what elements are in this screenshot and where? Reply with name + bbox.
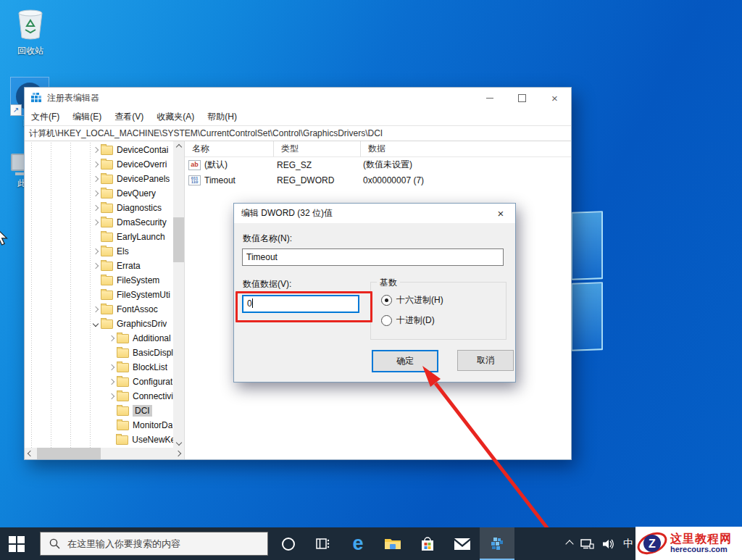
scroll-right-arrow[interactable] — [172, 448, 184, 459]
radio-hexadecimal[interactable]: 十六进制(H) — [381, 294, 443, 306]
tree-item-DmaSecurity[interactable]: DmaSecurity — [25, 215, 173, 230]
value-type: REG_DWORD — [270, 175, 356, 185]
column-header-type[interactable]: 类型 — [274, 141, 361, 156]
expand-icon[interactable] — [91, 206, 101, 210]
hidden-icons-chevron[interactable] — [565, 540, 573, 548]
cortana-button[interactable] — [271, 527, 306, 560]
watermark-logo-icon: Z — [635, 527, 669, 559]
column-header-data[interactable]: 数据 — [361, 141, 571, 156]
horizontal-scroll-thumb[interactable] — [37, 448, 101, 459]
value-name: Timeout — [204, 175, 235, 185]
tree-item-DCI[interactable]: DCI — [25, 404, 173, 418]
value-row-(默认)[interactable]: ab(默认)REG_SZ(数值未设置) — [185, 157, 571, 172]
expand-icon[interactable] — [91, 177, 101, 181]
menu-file[interactable]: 文件(F) — [25, 111, 66, 123]
tree-item-BlockList[interactable]: BlockList — [25, 360, 173, 375]
expand-icon[interactable] — [91, 191, 101, 196]
values-list-header: 名称 类型 数据 — [185, 141, 571, 157]
taskbar-registry-editor-button[interactable] — [480, 527, 514, 560]
folder-icon — [101, 160, 113, 170]
volume-icon[interactable] — [601, 538, 616, 550]
tree-item-FileSystem[interactable]: FileSystem — [25, 273, 173, 288]
network-icon[interactable] — [580, 538, 594, 550]
expand-icon[interactable] — [107, 394, 117, 398]
recycle-bin-icon — [14, 6, 46, 41]
close-button[interactable]: × — [538, 88, 571, 108]
tree-item-label: DevicePanels — [117, 174, 170, 184]
cortana-icon — [280, 536, 296, 552]
maximize-button[interactable] — [506, 88, 538, 108]
tree-item-Diagnostics[interactable]: Diagnostics — [25, 201, 173, 215]
close-icon: × — [551, 93, 558, 104]
tree-item-Els[interactable]: Els — [25, 244, 173, 259]
tree-item-MonitorDa[interactable]: MonitorDa — [25, 418, 173, 432]
taskbar-mail-button[interactable] — [445, 527, 480, 560]
tree-item-Errata[interactable]: Errata — [25, 259, 173, 273]
tree-horizontal-scrollbar[interactable] — [25, 448, 184, 459]
value-name-field[interactable]: Timeout — [242, 248, 504, 266]
expand-icon[interactable] — [91, 264, 101, 268]
tree-item-FileSystemUti[interactable]: FileSystemUti — [25, 288, 173, 302]
cancel-button[interactable]: 取消 — [457, 350, 514, 371]
menu-favorites[interactable]: 收藏夹(A) — [150, 111, 201, 123]
tree-item-FontAssoc[interactable]: FontAssoc — [25, 302, 173, 317]
tree-item-GraphicsDriv[interactable]: GraphicsDriv — [25, 317, 173, 331]
expand-icon[interactable] — [107, 336, 117, 340]
scroll-down-arrow[interactable] — [173, 437, 184, 448]
expand-icon[interactable] — [91, 220, 101, 225]
taskbar-search-box[interactable]: 在这里输入你要搜索的内容 — [40, 532, 268, 556]
expand-icon[interactable] — [107, 380, 117, 384]
menu-edit[interactable]: 编辑(E) — [66, 111, 108, 123]
value-type: REG_SZ — [270, 160, 356, 170]
desktop-icon-recycle-bin[interactable]: 回收站 — [9, 6, 52, 57]
minimize-button[interactable] — [473, 88, 506, 108]
taskbar-store-button[interactable] — [410, 527, 445, 560]
store-icon — [420, 536, 435, 552]
folder-icon — [117, 377, 129, 387]
ok-button[interactable]: 确定 — [372, 350, 438, 372]
radio-button-icon[interactable] — [381, 295, 392, 306]
scroll-up-arrow[interactable] — [173, 141, 184, 152]
tree-item-label: BasicDispl — [133, 348, 173, 358]
tree-item-EarlyLaunch[interactable]: EarlyLaunch — [25, 230, 173, 244]
tree-item-DeviceContai[interactable]: DeviceContai — [25, 143, 173, 157]
recycle-bin-label: 回收站 — [9, 45, 52, 57]
tree-item-DevQuery[interactable]: DevQuery — [25, 186, 173, 201]
registry-address-bar[interactable]: 计算机\HKEY_LOCAL_MACHINE\SYSTEM\CurrentCon… — [25, 125, 571, 141]
taskbar-file-explorer-button[interactable] — [375, 527, 410, 560]
dialog-title-bar[interactable]: 编辑 DWORD (32 位)值 × — [234, 204, 515, 223]
vertical-scroll-thumb[interactable] — [173, 217, 184, 262]
tree-vertical-scrollbar[interactable] — [173, 141, 184, 448]
task-view-icon — [316, 538, 330, 551]
menu-help[interactable]: 帮助(H) — [201, 111, 243, 123]
expand-icon[interactable] — [91, 307, 101, 312]
dword-value-icon: 011110 — [188, 175, 201, 185]
expand-icon[interactable] — [91, 148, 101, 152]
task-view-button[interactable] — [306, 527, 341, 560]
tree-item-DevicePanels[interactable]: DevicePanels — [25, 172, 173, 186]
tree-item-BasicDispl[interactable]: BasicDispl — [25, 346, 173, 360]
start-button[interactable] — [0, 527, 33, 560]
tree-item-UseNewKe[interactable]: UseNewKe — [25, 432, 173, 447]
expand-icon[interactable] — [107, 365, 117, 369]
tree-item-DeviceOverri[interactable]: DeviceOverri — [25, 157, 173, 172]
radio-button-icon[interactable] — [381, 315, 392, 326]
value-row-Timeout[interactable]: 011110TimeoutREG_DWORD0x00000007 (7) — [185, 172, 571, 188]
radio-decimal[interactable]: 十进制(D) — [381, 314, 435, 327]
tree-item-Connectivi[interactable]: Connectivi — [25, 389, 173, 404]
collapse-icon[interactable] — [91, 322, 101, 326]
expand-icon[interactable] — [91, 249, 101, 254]
tree-item-Additional[interactable]: Additional — [25, 331, 173, 346]
taskbar-edge-button[interactable]: e — [341, 527, 375, 560]
column-header-name[interactable]: 名称 — [185, 141, 274, 156]
dialog-close-button[interactable]: × — [486, 204, 515, 223]
folder-icon — [101, 276, 113, 285]
folder-icon — [116, 435, 128, 445]
tree-item-Configurat[interactable]: Configurat — [25, 375, 173, 389]
menu-view[interactable]: 查看(V) — [108, 111, 150, 123]
scroll-left-arrow[interactable] — [25, 448, 36, 459]
tree-item-label: Additional — [133, 333, 171, 343]
expand-icon[interactable] — [91, 162, 101, 167]
ime-indicator[interactable]: 中 — [623, 538, 633, 551]
window-title-bar[interactable]: 注册表编辑器 × — [25, 88, 571, 108]
